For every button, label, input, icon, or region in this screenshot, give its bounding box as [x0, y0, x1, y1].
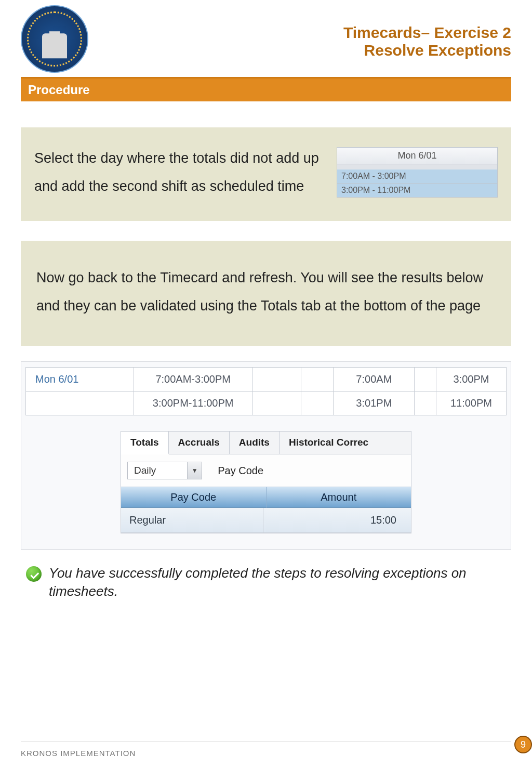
- agency-seal-logo: [21, 5, 88, 73]
- timecard-out-cell[interactable]: 11:00PM: [436, 392, 506, 415]
- timecard-empty-cell[interactable]: [415, 368, 436, 392]
- timecard-result-panel: Mon 6/01 7:00AM-3:00PM 7:00AM 3:00PM 3:0…: [21, 361, 511, 550]
- tab-totals[interactable]: Totals: [121, 432, 169, 454]
- footer-label: KRONOS IMPLEMENTATION: [21, 749, 136, 758]
- timecard-in-cell[interactable]: 3:01PM: [334, 392, 415, 415]
- mini-schedule-date-header: Mon 6/01: [337, 147, 498, 164]
- timecard-date-cell[interactable]: [26, 392, 134, 415]
- period-dropdown[interactable]: Daily ▼: [127, 462, 202, 479]
- timecard-date-cell[interactable]: Mon 6/01: [26, 368, 134, 392]
- checkmark-icon: [26, 566, 42, 582]
- timecard-empty-cell[interactable]: [301, 392, 334, 415]
- tab-accruals[interactable]: Accruals: [169, 432, 230, 454]
- footer: KRONOS IMPLEMENTATION: [21, 741, 511, 758]
- success-message-row: You have successfully completed the step…: [21, 564, 511, 601]
- tab-audits[interactable]: Audits: [230, 432, 280, 454]
- column-header-amount[interactable]: Amount: [267, 487, 411, 508]
- title-line-2: Resolve Exceptions: [343, 42, 511, 59]
- step-2-box: Now go back to the Timecard and refresh.…: [21, 241, 511, 346]
- tab-historical-corrections[interactable]: Historical Correc: [280, 432, 411, 454]
- timecard-empty-cell[interactable]: [301, 368, 334, 392]
- page-number: 9: [521, 739, 526, 750]
- success-message-text: You have successfully completed the step…: [49, 564, 506, 601]
- mini-schedule-spacer: [337, 164, 498, 170]
- timecard-empty-cell[interactable]: [252, 368, 301, 392]
- totals-paycode-cell[interactable]: Regular: [121, 508, 263, 533]
- timecard-out-cell[interactable]: 3:00PM: [436, 368, 506, 392]
- mini-schedule-widget: Mon 6/01 7:00AM - 3:00PM 3:00PM - 11:00P…: [337, 147, 498, 198]
- timecard-schedule-cell[interactable]: 3:00PM-11:00PM: [134, 392, 252, 415]
- totals-grid-header: Pay Code Amount: [121, 487, 411, 508]
- timecard-empty-cell[interactable]: [252, 392, 301, 415]
- chevron-down-icon[interactable]: ▼: [187, 462, 202, 479]
- totals-amount-cell[interactable]: 15:00: [263, 508, 411, 533]
- step-1-text: Select the day where the totals did not …: [34, 144, 326, 200]
- totals-panel: Totals Accruals Audits Historical Correc…: [121, 431, 411, 533]
- totals-grid-row: Regular 15:00: [121, 508, 411, 533]
- paycode-filter-label: Pay Code: [218, 465, 263, 477]
- mini-schedule-row[interactable]: 7:00AM - 3:00PM: [337, 170, 498, 184]
- header: Timecards– Exercise 2 Resolve Exceptions: [21, 5, 511, 73]
- table-row: 3:00PM-11:00PM 3:01PM 11:00PM: [26, 392, 507, 415]
- column-header-paycode[interactable]: Pay Code: [121, 487, 267, 508]
- period-dropdown-value: Daily: [128, 465, 187, 476]
- document-title: Timecards– Exercise 2 Resolve Exceptions: [343, 5, 511, 59]
- timecard-table: Mon 6/01 7:00AM-3:00PM 7:00AM 3:00PM 3:0…: [25, 367, 507, 415]
- step-1-box: Select the day where the totals did not …: [21, 127, 511, 221]
- table-row: Mon 6/01 7:00AM-3:00PM 7:00AM 3:00PM: [26, 368, 507, 392]
- page-number-badge: 9: [514, 736, 532, 753]
- mini-schedule-row[interactable]: 3:00PM - 11:00PM: [337, 184, 498, 198]
- timecard-in-cell[interactable]: 7:00AM: [334, 368, 415, 392]
- totals-filter-row: Daily ▼ Pay Code: [121, 454, 411, 487]
- timecard-schedule-cell[interactable]: 7:00AM-3:00PM: [134, 368, 252, 392]
- procedure-label: Procedure: [28, 83, 90, 97]
- procedure-heading-bar: Procedure: [21, 77, 511, 101]
- step-2-text: Now go back to the Timecard and refresh.…: [36, 264, 496, 320]
- timecard-empty-cell[interactable]: [415, 392, 436, 415]
- totals-tabs: Totals Accruals Audits Historical Correc: [121, 432, 411, 454]
- title-line-1: Timecards– Exercise 2: [343, 24, 511, 42]
